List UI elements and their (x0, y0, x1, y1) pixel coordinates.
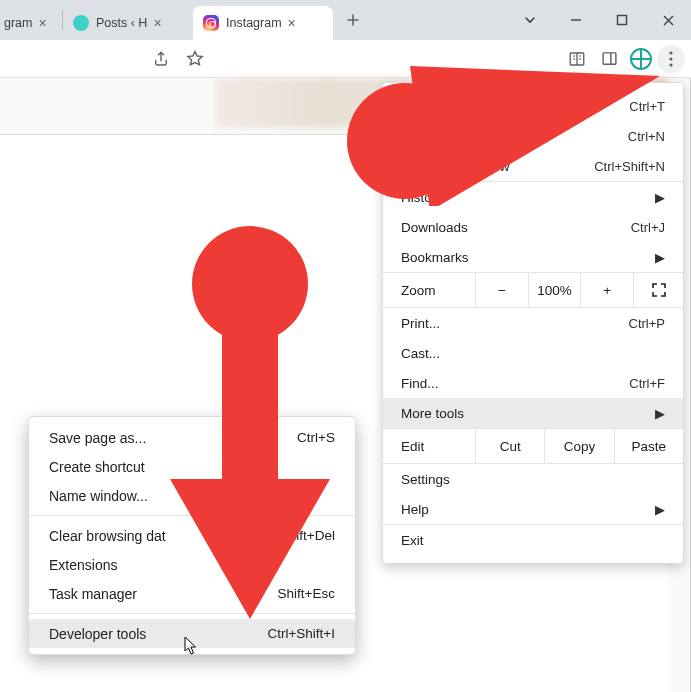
svg-point-3 (669, 51, 672, 54)
chevron-right-icon: ▶ (655, 406, 665, 421)
annotation-arrow-1 (330, 56, 670, 206)
menu-print[interactable]: Print...Ctrl+P (383, 308, 683, 338)
minimize-button[interactable] (553, 0, 599, 40)
menu-edit-row: Edit Cut Copy Paste (383, 428, 683, 464)
menu-help[interactable]: Help▶ (383, 494, 683, 524)
menu-find[interactable]: Find...Ctrl+F (383, 368, 683, 398)
window-controls (507, 0, 691, 40)
chevron-right-icon: ▶ (655, 250, 665, 265)
zoom-value: 100% (528, 273, 581, 307)
close-icon[interactable]: × (153, 15, 161, 31)
tab-1[interactable]: gram × (0, 6, 62, 40)
edit-label: Edit (383, 429, 475, 463)
menu-settings[interactable]: Settings (383, 464, 683, 494)
share-icon[interactable] (145, 43, 177, 75)
chevron-right-icon: ▶ (655, 502, 665, 517)
svg-rect-9 (222, 314, 278, 494)
menu-downloads[interactable]: DownloadsCtrl+J (383, 212, 683, 242)
close-icon[interactable]: × (38, 15, 46, 31)
menu-exit[interactable]: Exit (383, 525, 683, 555)
zoom-in-button[interactable]: + (580, 273, 633, 307)
menu-cast[interactable]: Cast... (383, 338, 683, 368)
tab-2[interactable]: Posts ‹ H × (63, 6, 193, 40)
zoom-label: Zoom (383, 283, 475, 298)
bookmark-star-icon[interactable] (179, 43, 211, 75)
globe-icon (73, 15, 89, 31)
tab-title: Posts ‹ H (96, 16, 147, 30)
zoom-out-button[interactable]: − (475, 273, 528, 307)
tab-strip: gram × Posts ‹ H × Instagram × (0, 0, 691, 40)
svg-marker-7 (410, 66, 660, 206)
menu-more-tools[interactable]: More tools▶ (383, 398, 683, 428)
maximize-button[interactable] (599, 0, 645, 40)
edit-cut[interactable]: Cut (475, 429, 544, 463)
svg-marker-10 (170, 479, 330, 619)
close-window-button[interactable] (645, 0, 691, 40)
annotation-arrow-2 (150, 224, 350, 624)
mouse-cursor-icon (184, 636, 200, 656)
close-icon[interactable]: × (288, 15, 296, 31)
tab-title: gram (4, 16, 32, 30)
instagram-icon (203, 15, 219, 31)
fullscreen-button[interactable] (633, 273, 683, 307)
menu-zoom: Zoom − 100% + (383, 272, 683, 308)
chevron-down-icon[interactable] (507, 0, 553, 40)
menu-bookmarks[interactable]: Bookmarks▶ (383, 242, 683, 272)
new-tab-button[interactable] (339, 6, 367, 34)
edit-paste[interactable]: Paste (614, 429, 683, 463)
tab-title: Instagram (226, 16, 282, 30)
tab-3-active[interactable]: Instagram × (193, 6, 333, 40)
svg-rect-0 (618, 16, 627, 25)
edit-copy[interactable]: Copy (544, 429, 613, 463)
